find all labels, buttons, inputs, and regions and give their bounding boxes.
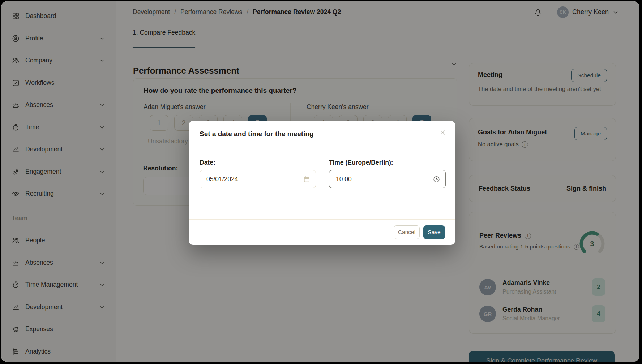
close-icon[interactable] <box>439 129 446 136</box>
date-input[interactable]: 05/01/2024 <box>200 170 316 188</box>
schedule-meeting-modal: Set a date and time for the meeting Date… <box>189 121 455 245</box>
cancel-button[interactable]: Cancel <box>394 225 420 239</box>
date-label: Date: <box>200 159 215 166</box>
app-window: Dashboard Profile Company Workflows Abse… <box>1 1 639 362</box>
time-value: 10:00 <box>336 176 352 183</box>
save-button[interactable]: Save <box>423 225 445 239</box>
clock-icon[interactable] <box>433 176 440 183</box>
date-value: 05/01/2024 <box>206 176 238 183</box>
time-label: Time (Europe/Berlin): <box>329 159 393 166</box>
time-input[interactable]: 10:00 <box>329 170 446 188</box>
divider <box>189 147 455 147</box>
modal-footer: Cancel Save <box>189 219 455 245</box>
modal-title: Set a date and time for the meeting <box>200 130 314 138</box>
calendar-icon[interactable] <box>303 176 311 183</box>
